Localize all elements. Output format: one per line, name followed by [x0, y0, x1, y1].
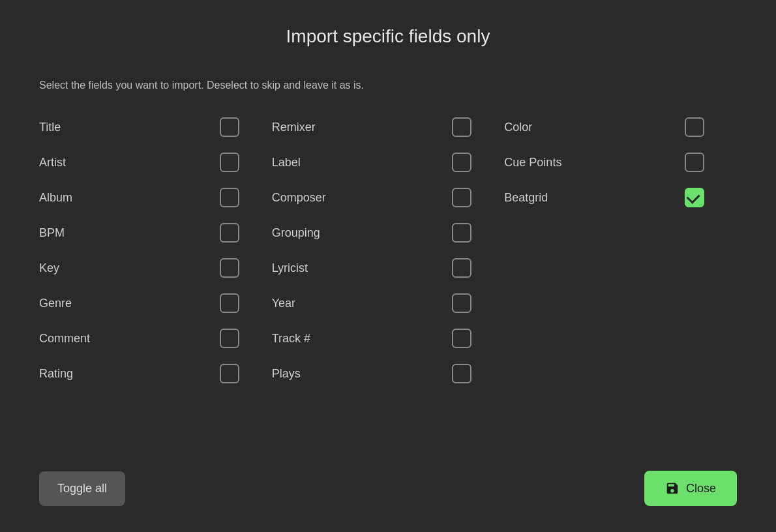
field-checkbox-label[interactable] — [452, 153, 471, 172]
field-checkbox-cue-points[interactable] — [685, 153, 704, 172]
save-icon — [665, 481, 679, 495]
field-label-year: Year — [272, 297, 295, 310]
field-checkbox-artist[interactable] — [220, 153, 239, 172]
field-label-comment: Comment — [39, 332, 90, 346]
field-row-artist: Artist — [39, 146, 272, 179]
field-row-remixer: Remixer — [272, 111, 505, 143]
field-checkbox-year[interactable] — [452, 293, 471, 313]
field-row-rating: Rating — [39, 357, 272, 390]
field-label-cue-points: Cue Points — [504, 156, 561, 170]
field-label-label: Label — [272, 156, 301, 170]
field-checkbox-grouping[interactable] — [452, 223, 471, 243]
field-checkbox-rating[interactable] — [220, 364, 239, 383]
field-label-key: Key — [39, 261, 59, 275]
field-checkbox-remixer[interactable] — [452, 117, 471, 137]
field-checkbox-album[interactable] — [220, 188, 239, 207]
close-button[interactable]: Close — [644, 471, 737, 506]
import-dialog: Import specific fields only Select the f… — [0, 0, 776, 532]
field-checkbox-title[interactable] — [220, 117, 239, 137]
field-checkbox-key[interactable] — [220, 258, 239, 278]
field-label-title: Title — [39, 121, 61, 134]
field-checkbox-bpm[interactable] — [220, 223, 239, 243]
field-row-track-number: Track # — [272, 322, 505, 355]
dialog-title: Import specific fields only — [39, 26, 737, 47]
field-row-genre: Genre — [39, 287, 272, 319]
field-checkbox-genre[interactable] — [220, 293, 239, 313]
field-column-col3: ColorCue PointsBeatgrid — [504, 111, 737, 438]
field-checkbox-comment[interactable] — [220, 329, 239, 348]
field-row-album: Album — [39, 181, 272, 214]
field-checkbox-composer[interactable] — [452, 188, 471, 207]
field-column-col2: RemixerLabelComposerGroupingLyricistYear… — [272, 111, 505, 438]
field-row-label: Label — [272, 146, 505, 179]
field-row-color: Color — [504, 111, 737, 143]
field-row-lyricist: Lyricist — [272, 252, 505, 284]
field-row-year: Year — [272, 287, 505, 319]
field-label-remixer: Remixer — [272, 121, 316, 134]
field-label-genre: Genre — [39, 297, 72, 310]
field-label-beatgrid: Beatgrid — [504, 191, 548, 205]
field-label-artist: Artist — [39, 156, 66, 170]
field-label-grouping: Grouping — [272, 226, 320, 240]
field-row-composer: Composer — [272, 181, 505, 214]
field-column-col1: TitleArtistAlbumBPMKeyGenreCommentRating — [39, 111, 272, 438]
field-checkbox-plays[interactable] — [452, 364, 471, 383]
field-checkbox-track-number[interactable] — [452, 329, 471, 348]
field-row-comment: Comment — [39, 322, 272, 355]
close-button-label: Close — [686, 482, 716, 495]
dialog-subtitle: Select the fields you want to import. De… — [39, 80, 737, 91]
field-label-color: Color — [504, 121, 532, 134]
field-checkbox-color[interactable] — [685, 117, 704, 137]
fields-grid: TitleArtistAlbumBPMKeyGenreCommentRating… — [39, 111, 737, 438]
field-label-rating: Rating — [39, 367, 73, 381]
field-row-cue-points: Cue Points — [504, 146, 737, 179]
field-label-lyricist: Lyricist — [272, 261, 308, 275]
field-row-beatgrid: Beatgrid — [504, 181, 737, 214]
field-row-key: Key — [39, 252, 272, 284]
field-label-album: Album — [39, 191, 72, 205]
field-label-track-number: Track # — [272, 332, 310, 346]
field-row-plays: Plays — [272, 357, 505, 390]
field-row-title: Title — [39, 111, 272, 143]
field-checkbox-lyricist[interactable] — [452, 258, 471, 278]
field-label-bpm: BPM — [39, 226, 65, 240]
field-label-composer: Composer — [272, 191, 326, 205]
field-row-grouping: Grouping — [272, 216, 505, 249]
field-row-bpm: BPM — [39, 216, 272, 249]
field-checkbox-beatgrid[interactable] — [685, 188, 704, 207]
footer: Toggle all Close — [39, 464, 737, 506]
toggle-all-button[interactable]: Toggle all — [39, 471, 125, 506]
field-label-plays: Plays — [272, 367, 301, 381]
